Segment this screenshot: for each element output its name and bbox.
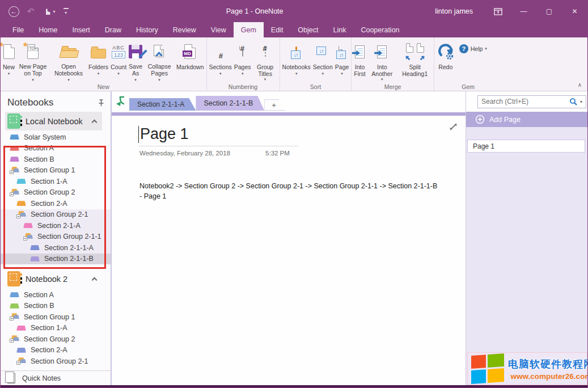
minimize-button[interactable]: —	[511, 1, 536, 22]
merge-into-another-button[interactable]: Into Another▾	[367, 39, 397, 82]
count-button[interactable]: ABC123 Count▾	[109, 39, 128, 82]
collapse-chevron-icon[interactable]	[92, 119, 98, 125]
sidebar-item-section-2-1-1-a[interactable]: Section 2-1-1-A	[1, 242, 111, 254]
quick-notes-button[interactable]: Quick Notes	[1, 371, 111, 385]
pin-icon[interactable]	[98, 99, 105, 107]
section-tab-2-1-1-b[interactable]: Section 2-1-1-B	[196, 96, 264, 111]
notebook-notebook-2[interactable]: Notebook 2	[5, 269, 102, 288]
navigate-back-button[interactable]	[115, 95, 125, 109]
search-icon[interactable]	[569, 98, 577, 106]
notebook-local-notebook[interactable]: Local Notebook	[5, 112, 102, 130]
merge-into-another-icon	[377, 45, 387, 58]
maximize-button[interactable]: ▢	[536, 1, 562, 22]
account-user-name[interactable]: linton james	[435, 7, 473, 15]
number-sections-button[interactable]: # Sections▾	[208, 39, 233, 82]
ribbon-display-options-button[interactable]	[485, 1, 511, 22]
sidebar-item-section-2-1-1-b[interactable]: Section 2-1-1-B	[1, 254, 111, 265]
sort-section-button[interactable]: ↓↑ Section▾	[312, 39, 334, 82]
navigate-back-icon	[115, 95, 125, 107]
tab-insert[interactable]: Insert	[65, 22, 98, 37]
windows-flag-icon	[471, 353, 505, 384]
markdown-button[interactable]: MD Markdown	[175, 39, 205, 82]
sidebar-item-nb2-section-group-2[interactable]: Section Group 2	[1, 334, 111, 345]
number-pages-button[interactable]: # Pages▾	[233, 39, 252, 82]
section-tab-2-1-1-a[interactable]: Section 2-1-1-A	[129, 98, 196, 111]
sidebar-item-nb2-section-a[interactable]: Section A	[1, 289, 111, 301]
new-page-on-top-button[interactable]: *TOP New Page on Top▾	[16, 39, 50, 82]
tab-review[interactable]: Review	[166, 22, 204, 37]
touch-mouse-mode-button[interactable]: ▾	[43, 7, 56, 16]
sidebar-item-nb2-section-b[interactable]: Section B	[1, 301, 111, 312]
page-date: Wednesday, February 28, 2018	[139, 150, 230, 157]
tab-edit[interactable]: Edit	[264, 22, 291, 37]
collapse-pages-icon	[155, 46, 164, 57]
section-group-icon	[16, 357, 26, 365]
ribbon: * New▾ *TOP New Page on Top▾ Open Notebo…	[1, 37, 587, 91]
sidebar-item-section-group-2[interactable]: Section Group 2	[1, 187, 111, 199]
redo-button[interactable]: Redo	[435, 39, 456, 82]
customize-qat-button[interactable]: ▾	[64, 8, 69, 15]
search-box[interactable]: ▾	[477, 95, 586, 108]
save-as-button[interactable]: Save As▾	[128, 39, 143, 82]
search-scope-caret[interactable]: ▾	[580, 99, 582, 104]
collapse-pages-button[interactable]: Collapse Pages▾	[143, 39, 175, 82]
group-label-merge: Merge	[352, 83, 433, 90]
tab-history[interactable]: History	[129, 22, 166, 37]
number-group-titles-button[interactable]: # Group Titles▾	[252, 39, 278, 82]
number-pages-icon: #	[242, 47, 243, 57]
tab-link[interactable]: Link	[326, 22, 354, 37]
tab-draw[interactable]: Draw	[98, 22, 129, 37]
help-button[interactable]: ? Help ▾	[459, 43, 487, 55]
back-button[interactable]: ←	[9, 6, 19, 17]
collapse-ribbon-button[interactable]: ∧	[578, 82, 582, 88]
sidebar-item-section-a[interactable]: Section A	[1, 143, 111, 154]
tab-cooperation[interactable]: Cooperation	[353, 22, 407, 37]
new-section-tab-button[interactable]: +	[264, 99, 286, 111]
sidebar-item-solar-system[interactable]: Solar System	[1, 132, 111, 143]
expand-page-button[interactable]	[449, 123, 458, 133]
page-canvas[interactable]: Page 1 Wednesday, February 28, 2018 5:32…	[112, 116, 466, 385]
sidebar-item-section-2-1-a[interactable]: Section 2-1-A	[1, 220, 111, 231]
search-input[interactable]	[481, 98, 569, 106]
sidebar-item-nb2-section-1-a[interactable]: Section 1-A	[1, 323, 111, 334]
tab-view[interactable]: View	[204, 22, 234, 37]
tab-object[interactable]: Object	[290, 22, 325, 37]
tab-gem[interactable]: Gem	[234, 22, 264, 37]
sidebar-item-nb2-section-2-a[interactable]: Section 2-A	[1, 345, 111, 356]
section-tab-icon	[10, 292, 19, 297]
merge-into-first-button[interactable]: Into First	[353, 39, 366, 82]
section-group-icon	[10, 313, 19, 320]
onenote-window: ← ↶ ▾ ▾ Page 1 - OneNote linton james — …	[0, 0, 588, 388]
sort-notebooks-button[interactable]: ↓↑ Notebooks▾	[281, 39, 312, 82]
ribbon-group-merge: Into First Into Another▾ Split Heading1 …	[352, 37, 434, 91]
tab-home[interactable]: Home	[31, 22, 65, 37]
folder-icon	[91, 49, 106, 58]
page-title[interactable]: Page 1	[138, 125, 466, 143]
sidebar-item-section-group-2-1[interactable]: Section Group 2-1	[1, 209, 111, 221]
sidebar-item-section-b[interactable]: Section B	[1, 154, 111, 165]
sort-page-button[interactable]: ↓↑ Page▾	[334, 39, 350, 82]
tab-file[interactable]: File	[5, 22, 31, 37]
sidebar-item-section-1-a[interactable]: Section 1-A	[1, 176, 111, 187]
add-page-button[interactable]: Add Page	[466, 112, 587, 127]
sidebar-item-section-group-2-1-1[interactable]: Section Group 2-1-1	[1, 231, 111, 243]
page-body-text[interactable]: Notebook2 -> Section Group 2 -> Section …	[139, 182, 439, 201]
number-group-titles-icon: #	[265, 47, 266, 57]
folders-button[interactable]: Folders▾	[87, 39, 109, 82]
sidebar-item-nb2-section-group-2-1[interactable]: Section Group 2-1	[1, 356, 111, 367]
add-page-icon	[475, 115, 485, 124]
undo-button[interactable]: ↶	[27, 6, 35, 16]
titlebar: ← ↶ ▾ ▾ Page 1 - OneNote linton james — …	[1, 1, 587, 22]
sidebar-item-section-2-a[interactable]: Section 2-A	[1, 198, 111, 209]
sidebar-item-nb2-section-group-1[interactable]: Section Group 1	[1, 311, 111, 323]
close-button[interactable]: ✕	[562, 1, 587, 22]
sidebar-item-section-group-1[interactable]: Section Group 1	[1, 165, 111, 176]
split-heading1-button[interactable]: Split Heading1	[397, 39, 433, 82]
notebooks-sidebar: Notebooks Local Notebook Solar System Se…	[1, 91, 112, 385]
collapse-chevron-icon[interactable]	[92, 277, 98, 282]
page-list-item[interactable]: Page 1	[467, 140, 585, 153]
window-bottom-edge	[1, 385, 587, 387]
new-button[interactable]: * New▾	[2, 39, 16, 82]
ribbon-group-gem: Redo ? Help ▾ Gem	[434, 37, 587, 91]
open-notebooks-button[interactable]: Open Notebooks▾	[50, 39, 87, 82]
